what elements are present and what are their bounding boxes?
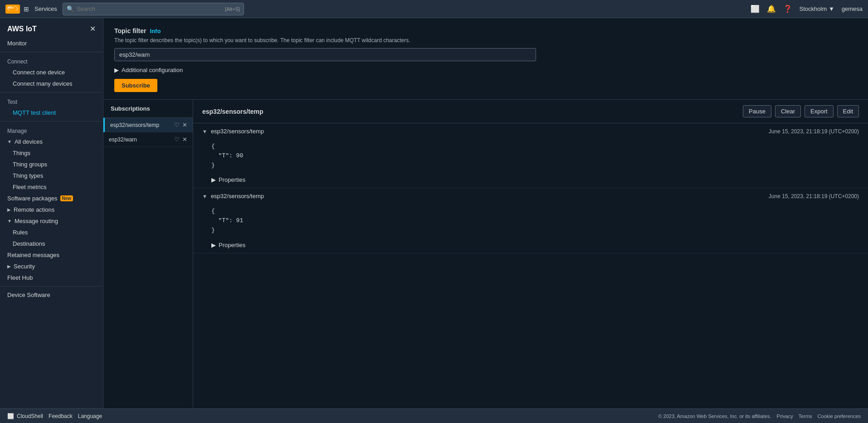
sidebar-item-label: All devices [15,138,43,145]
message-item: ▼ esp32/sensors/temp June 15, 2023, 21:1… [193,123,868,188]
topic-filter-input[interactable] [114,48,536,61]
terminal-icon[interactable]: ⬜ [751,5,760,13]
search-bar: 🔍 [Alt+S] [63,3,244,15]
content-area: Topic filter Info The topic filter descr… [103,18,868,408]
sidebar-item-label: Monitor [7,40,27,47]
topic-filter-title: Topic filter [114,27,146,34]
topic-filter-section: Topic filter Info The topic filter descr… [103,18,868,100]
user-menu[interactable]: gemesa [842,5,863,12]
region-selector[interactable]: Stockholm ▼ [800,5,834,12]
sidebar-item-label: MQTT test client [13,109,56,116]
language-button[interactable]: Language [78,413,102,419]
sidebar-item-all-devices[interactable]: ▼ All devices [0,136,103,147]
sidebar-close-button[interactable]: ✕ [90,24,96,33]
sidebar-item-label: Connect one device [13,69,65,76]
grid-icon[interactable]: ⊞ [24,5,29,13]
sidebar-item-thing-types[interactable]: Thing types [0,170,103,181]
additional-config-toggle[interactable]: ▶ Additional configuration [114,67,857,73]
topic-filter-label: Topic filter Info [114,27,857,34]
terminal-icon: ⬜ [7,413,14,419]
message-topic: esp32/sensors/temp [211,128,264,135]
close-icon[interactable]: ✕ [182,136,187,143]
sidebar-item-label: Software packages [7,195,58,202]
messages-list: ▼ esp32/sensors/temp June 15, 2023, 21:1… [193,123,868,408]
terms-link[interactable]: Terms [799,413,812,419]
sidebar-item-remote-actions[interactable]: ▶ Remote actions [0,204,103,215]
edit-button[interactable]: Edit [837,105,859,117]
clear-button[interactable]: Clear [775,105,801,117]
message-item-header[interactable]: ▼ esp32/sensors/temp June 15, 2023, 21:1… [193,123,868,139]
subscription-topic-name: esp32/sensors/temp [110,122,174,128]
cookie-preferences-link[interactable]: Cookie preferences [818,413,861,419]
message-topic-row: ▼ esp32/sensors/temp [202,193,264,199]
expand-triangle-icon: ▶ [211,176,216,183]
message-item-header[interactable]: ▼ esp32/sensors/temp June 15, 2023, 21:1… [193,188,868,204]
message-view-header: esp32/sensors/temp Pause Clear Export Ed… [193,100,868,123]
sidebar-item-destinations[interactable]: Destinations [0,238,103,249]
feedback-button[interactable]: Feedback [49,413,73,419]
subscription-topic-name: esp32/warn [109,136,174,143]
services-button[interactable]: Services [33,5,59,12]
sidebar-header: AWS IoT ✕ [0,18,103,38]
nav-icons: ⬜ 🔔 ❓ Stockholm ▼ gemesa [751,5,863,13]
sidebar-section-test: Test [0,95,103,107]
sidebar-item-mqtt-test[interactable]: MQTT test client [0,107,103,118]
message-item: ▼ esp32/sensors/temp June 15, 2023, 21:1… [193,188,868,253]
subscriptions-panel: Subscriptions esp32/sensors/temp ♡ ✕ esp… [103,100,868,408]
search-input[interactable] [77,5,222,12]
sidebar-item-things[interactable]: Things [0,147,103,159]
sidebar-item-retained-messages[interactable]: Retained messages [0,249,103,261]
top-navigation: aws ⊞ Services 🔍 [Alt+S] ⬜ 🔔 ❓ Stockholm… [0,0,868,18]
close-icon[interactable]: ✕ [182,122,187,128]
main-layout: AWS IoT ✕ Monitor Connect Connect one de… [0,18,868,408]
sidebar-item-message-routing[interactable]: ▼ Message routing [0,215,103,227]
help-icon[interactable]: ❓ [783,5,792,13]
search-icon: 🔍 [67,5,74,12]
favorite-icon[interactable]: ♡ [174,122,180,128]
sidebar-item-monitor[interactable]: Monitor [0,38,103,49]
privacy-link[interactable]: Privacy [777,413,793,419]
subscriptions-header: Subscriptions [103,100,193,118]
chevron-right-icon: ▶ [114,67,119,73]
subscription-item-warn[interactable]: esp32/warn ♡ ✕ [103,132,193,147]
info-link[interactable]: Info [150,28,161,34]
sidebar-item-security[interactable]: ▶ Security [0,261,103,272]
sidebar-item-connect-one[interactable]: Connect one device [0,67,103,78]
sidebar-item-device-software[interactable]: Device Software [0,289,103,301]
additional-config-label: Additional configuration [122,67,183,73]
collapse-triangle-icon: ▼ [202,129,207,134]
sidebar-item-label: Connect many devices [13,80,73,87]
sidebar-item-label: Retained messages [7,252,59,258]
cloudshell-button[interactable]: ⬜ CloudShell [7,413,43,419]
bell-icon[interactable]: 🔔 [767,5,776,13]
sidebar-item-label: Message routing [15,218,58,224]
subscription-item-icons: ♡ ✕ [174,122,187,128]
sidebar: AWS IoT ✕ Monitor Connect Connect one de… [0,18,103,408]
sidebar-item-rules[interactable]: Rules [0,227,103,238]
subscription-item-sensors-temp[interactable]: esp32/sensors/temp ♡ ✕ [103,118,193,132]
sidebar-item-label: Device Software [7,292,50,298]
sidebar-item-connect-many[interactable]: Connect many devices [0,78,103,89]
sidebar-item-thing-groups[interactable]: Thing groups [0,159,103,170]
pause-button[interactable]: Pause [743,105,771,117]
export-button[interactable]: Export [805,105,834,117]
favorite-icon[interactable]: ♡ [174,136,180,143]
sidebar-item-software-packages[interactable]: Software packages New [0,193,103,204]
message-actions: Pause Clear Export Edit [743,105,859,117]
sidebar-title: AWS IoT [7,25,37,33]
properties-toggle[interactable]: ▶ Properties [193,175,868,188]
properties-label: Properties [219,242,245,248]
properties-label: Properties [219,176,245,183]
sidebar-item-label: Destinations [13,240,45,247]
subscription-item-icons: ♡ ✕ [174,136,187,143]
expand-icon: ▶ [7,207,11,212]
copyright-text: © 2023, Amazon Web Services, Inc. or its… [658,413,771,419]
bottom-left: ⬜ CloudShell Feedback Language [7,413,102,419]
properties-toggle[interactable]: ▶ Properties [193,240,868,253]
subscribe-button[interactable]: Subscribe [114,79,157,92]
sidebar-item-fleet-hub[interactable]: Fleet Hub [0,272,103,283]
sidebar-item-label: Fleet metrics [13,184,46,190]
message-topic: esp32/sensors/temp [211,193,264,199]
sidebar-item-fleet-metrics[interactable]: Fleet metrics [0,181,103,193]
sidebar-item-label: Rules [13,229,28,236]
